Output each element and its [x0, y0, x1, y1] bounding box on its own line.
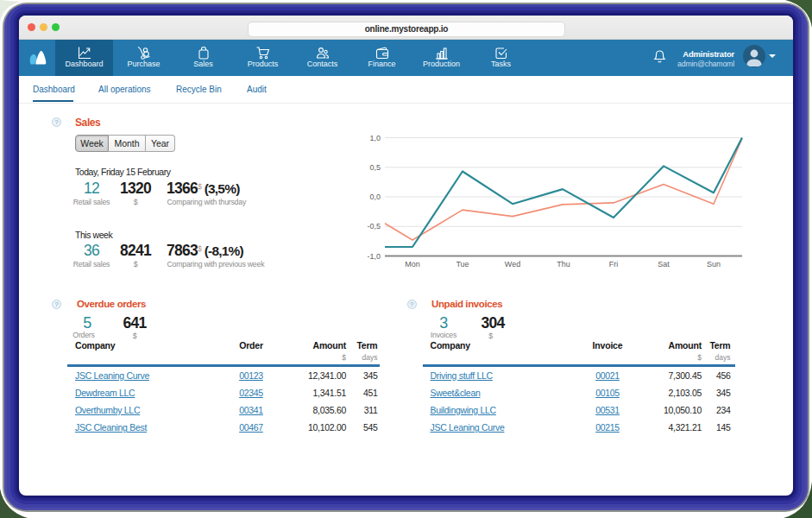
svg-text:Thu: Thu	[557, 260, 570, 268]
svg-text:Sun: Sun	[707, 260, 721, 268]
svg-text:Mon: Mon	[405, 260, 420, 268]
svg-text:0,0: 0,0	[369, 193, 381, 201]
svg-text:Fri: Fri	[609, 260, 619, 268]
svg-text:Sat: Sat	[658, 260, 670, 268]
svg-text:-1,0: -1,0	[367, 252, 381, 261]
svg-text:Tue: Tue	[456, 260, 469, 268]
svg-text:Wed: Wed	[505, 260, 520, 268]
svg-text:1,0: 1,0	[369, 134, 381, 142]
svg-text:-0,5: -0,5	[367, 222, 381, 231]
svg-text:0,5: 0,5	[369, 163, 381, 172]
